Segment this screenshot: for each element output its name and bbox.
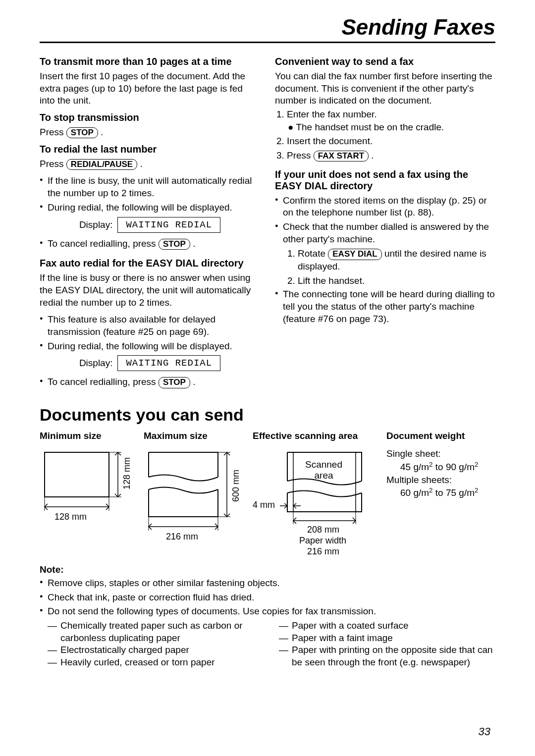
easy-steps: Rotate EASY DIAL until the desired name … bbox=[275, 247, 495, 287]
max-size-cell: Maximum size bbox=[144, 431, 248, 556]
display-box: WAITING REDIAL bbox=[117, 355, 220, 371]
weight-cell: Document weight Single sheet: 45 g/m2 to… bbox=[386, 431, 495, 556]
note-dash-columns: Chemically treated paper such as carbon … bbox=[40, 620, 495, 669]
heading-easy-dial: If your unit does not send a fax using t… bbox=[275, 169, 495, 192]
svg-rect-0 bbox=[45, 452, 109, 497]
para-auto-redial: If the line is busy or there is no answe… bbox=[40, 272, 260, 309]
heading-convenient: Convenient way to send a fax bbox=[275, 56, 495, 67]
note-b3: Do not send the following types of docum… bbox=[40, 605, 495, 618]
auto-bullets: This feature is also available for delay… bbox=[40, 314, 260, 352]
easy-step-2: Lift the handset. bbox=[298, 274, 495, 287]
page-number: 33 bbox=[479, 725, 490, 738]
easy-bullets-2: The connecting tone will be heard during… bbox=[275, 288, 495, 325]
heading-redial: To redial the last number bbox=[40, 144, 260, 155]
redial-pause-key: REDIAL/PAUSE bbox=[66, 159, 137, 170]
auto-cancel-text: To cancel redialling, press bbox=[48, 377, 159, 387]
note-dash-right: Paper with a coated surface Paper with a… bbox=[279, 620, 495, 669]
note-d6: Paper with printing on the opposite side… bbox=[279, 644, 495, 668]
note-d1: Chemically treated paper such as carbon … bbox=[48, 620, 264, 644]
auto-cancel-bullets: To cancel redialling, press STOP . bbox=[40, 376, 260, 388]
min-width-label: 128 mm bbox=[54, 512, 87, 522]
easy-step-1-prefix: Rotate bbox=[298, 248, 328, 259]
redial-bullet-1: If the line is busy, the unit will autom… bbox=[40, 175, 260, 199]
eff-margin-label: 4 mm bbox=[253, 500, 275, 510]
stop-key: STOP bbox=[159, 239, 190, 250]
redial-bullet-2: During redial, the following will be dis… bbox=[40, 202, 260, 214]
redial-bullets: If the line is busy, the unit will autom… bbox=[40, 175, 260, 214]
easy-dial-key: EASY DIAL bbox=[328, 249, 381, 260]
auto-cancel: To cancel redialling, press STOP . bbox=[40, 376, 260, 388]
weight-multi-val: 60 g/m2 to 75 g/m2 bbox=[386, 486, 495, 499]
note-b1: Remove clips, staples or other similar f… bbox=[40, 577, 495, 590]
convenient-steps: Enter the fax number. ● The handset must… bbox=[275, 108, 495, 162]
note-d2: Electrostatically charged paper bbox=[48, 644, 264, 656]
redial-cancel-bullets: To cancel redialling, press STOP . bbox=[40, 238, 260, 250]
max-height-label: 600 mm bbox=[231, 470, 241, 502]
conv-step-3: Press FAX START . bbox=[287, 149, 495, 162]
auto-bullet-1: This feature is also available for delay… bbox=[40, 314, 260, 338]
display-label: Display: bbox=[79, 219, 113, 230]
eff-cell: Effective scanning area bbox=[253, 431, 381, 556]
weight-head: Document weight bbox=[386, 431, 495, 441]
display-label: Display: bbox=[79, 358, 113, 369]
conv-step-3-prefix: Press bbox=[287, 150, 314, 161]
left-column: To transmit more than 10 pages at a time… bbox=[40, 53, 260, 390]
heading-stop: To stop transmission bbox=[40, 112, 260, 123]
note-d4: Paper with a coated surface bbox=[279, 620, 495, 632]
display-row-2: Display: WAITING REDIAL bbox=[40, 355, 260, 371]
eff-diagram: Scanned area 4 mm 208 mm Paper width 216… bbox=[253, 447, 381, 556]
redial-cancel: To cancel redialling, press STOP . bbox=[40, 238, 260, 250]
note-d3: Heavily curled, creased or torn paper bbox=[48, 656, 264, 669]
page-title: Sending Faxes bbox=[40, 15, 495, 43]
stop-key: STOP bbox=[66, 127, 98, 138]
fax-start-key: FAX START bbox=[314, 151, 369, 162]
para-redial-press: Press REDIAL/PAUSE . bbox=[40, 158, 260, 170]
note-head: Note: bbox=[40, 564, 495, 575]
note-b2: Check that ink, paste or correction flui… bbox=[40, 592, 495, 604]
display-row-1: Display: WAITING REDIAL bbox=[40, 217, 260, 233]
note-bullets: Remove clips, staples or other similar f… bbox=[40, 577, 495, 618]
section-documents-title: Documents you can send bbox=[40, 405, 495, 425]
easy-bullet-2: Check that the number dialled is answere… bbox=[275, 221, 495, 245]
right-column: Convenient way to send a fax You can dia… bbox=[275, 53, 495, 390]
min-height-label: 128 mm bbox=[122, 457, 132, 489]
conv-step-2: Insert the document. bbox=[287, 135, 495, 148]
eff-paper-width-val: 216 mm bbox=[307, 546, 339, 557]
para-transmit: Insert the first 10 pages of the documen… bbox=[40, 70, 260, 107]
max-size-diagram: 216 mm 600 mm bbox=[144, 447, 248, 546]
press-label: Press bbox=[40, 127, 64, 137]
weight-multi-label: Multiple sheets: bbox=[386, 474, 495, 486]
easy-bullet-1: Confirm the stored items on the display … bbox=[275, 195, 495, 219]
easy-step-1: Rotate EASY DIAL until the desired name … bbox=[298, 247, 495, 272]
weight-single-label: Single sheet: bbox=[386, 447, 495, 460]
conv-step-1-text: Enter the fax number. bbox=[287, 109, 377, 119]
redial-cancel-text: To cancel redialling, press bbox=[48, 238, 159, 249]
weight-body: Single sheet: 45 g/m2 to 90 g/m2 Multipl… bbox=[386, 447, 495, 499]
easy-bullet-3: The connecting tone will be heard during… bbox=[275, 288, 495, 325]
min-size-head: Minimum size bbox=[40, 431, 139, 441]
eff-head: Effective scanning area bbox=[253, 431, 381, 441]
min-size-cell: Minimum size 128 mm 128 mm bbox=[40, 431, 139, 556]
stop-key: STOP bbox=[159, 377, 190, 388]
heading-transmit: To transmit more than 10 pages at a time bbox=[40, 56, 260, 67]
heading-auto-redial: Fax auto redial for the EASY DIAL direct… bbox=[40, 258, 260, 269]
auto-bullet-2: During redial, the following will be dis… bbox=[40, 340, 260, 353]
easy-bullets: Confirm the stored items on the display … bbox=[275, 195, 495, 246]
eff-paper-width-label: Paper width bbox=[299, 536, 346, 546]
two-column-section: To transmit more than 10 pages at a time… bbox=[40, 53, 495, 390]
eff-scan-width-label: 208 mm bbox=[307, 525, 339, 535]
max-size-head: Maximum size bbox=[144, 431, 248, 441]
display-box: WAITING REDIAL bbox=[117, 217, 220, 233]
press-label: Press bbox=[40, 159, 64, 169]
para-convenient: You can dial the fax number first before… bbox=[275, 70, 495, 107]
conv-step-1-sub: ● The handset must be on the cradle. bbox=[287, 121, 495, 134]
documents-row: Minimum size 128 mm 128 mm Maximu bbox=[40, 431, 495, 556]
conv-step-1: Enter the fax number. ● The handset must… bbox=[287, 108, 495, 133]
note-dash-left: Chemically treated paper such as carbon … bbox=[48, 620, 264, 669]
para-stop: Press STOP . bbox=[40, 126, 260, 139]
note-d5: Paper with a faint image bbox=[279, 632, 495, 645]
min-size-diagram: 128 mm 128 mm bbox=[40, 447, 139, 527]
weight-single-val: 45 g/m2 to 90 g/m2 bbox=[386, 460, 495, 474]
scanned-area-label: Scanned area bbox=[305, 459, 342, 481]
max-width-label: 216 mm bbox=[166, 532, 198, 542]
